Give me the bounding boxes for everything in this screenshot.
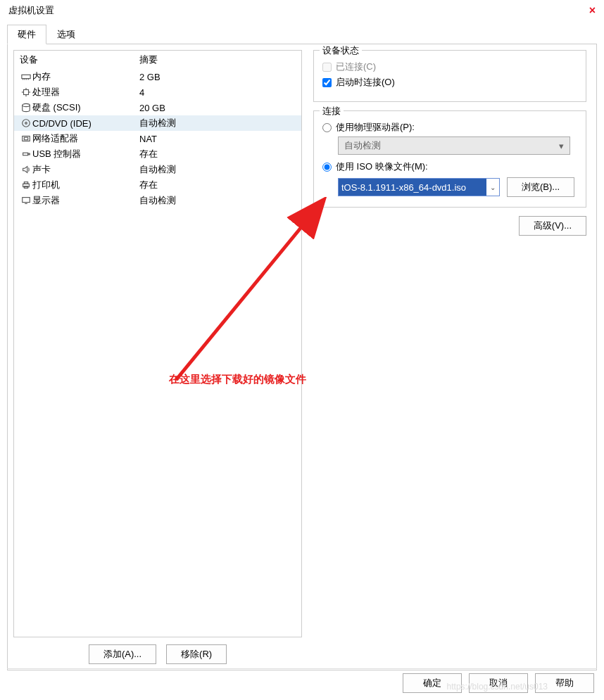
svg-rect-18: [24, 182, 27, 184]
device-list-header: 设备 摘要: [14, 51, 301, 69]
device-row-memory[interactable]: 内存2 GB: [14, 69, 301, 84]
device-name: 打印机: [32, 179, 139, 191]
header-summary: 摘要: [139, 53, 296, 66]
physical-drive-radio[interactable]: [322, 123, 332, 132]
iso-input-row: tOS-8.1.1911-x86_64-dvd1.iso ⌄ 浏览(B)...: [338, 177, 577, 197]
svg-rect-15: [23, 153, 28, 155]
watermark: https://blog.csdn.net/us013: [447, 682, 548, 692]
device-summary: 自动检测: [139, 163, 296, 176]
iso-radio-row[interactable]: 使用 ISO 映像文件(M):: [322, 160, 577, 173]
physical-drive-combo: 自动检测 ▾: [338, 136, 570, 155]
left-buttons: 添加(A)... 移除(R): [13, 637, 302, 664]
svg-rect-13: [23, 136, 30, 141]
connect-power-label: 启动时连接(O): [336, 76, 395, 89]
physical-drive-combo-text: 自动检测: [344, 139, 381, 152]
device-name: CD/DVD (IDE): [32, 118, 139, 129]
printer-icon: [20, 180, 32, 190]
device-name: 处理器: [32, 86, 139, 98]
svg-point-12: [25, 122, 27, 125]
device-row-disk[interactable]: 硬盘 (SCSI)20 GB: [14, 100, 301, 115]
device-row-usb[interactable]: USB 控制器存在: [14, 146, 301, 162]
device-name: 内存: [32, 70, 139, 83]
window-title: 虚拟机设置: [8, 4, 54, 17]
content-area: 设备 摘要 内存2 GB处理器4硬盘 (SCSI)20 GBCD/DVD (ID…: [7, 44, 597, 670]
add-button[interactable]: 添加(A)...: [89, 644, 156, 664]
device-summary: 自动检测: [139, 117, 296, 129]
device-name: 声卡: [32, 163, 139, 176]
device-name: USB 控制器: [32, 148, 139, 160]
cd-icon: [20, 118, 32, 128]
iso-path-combo[interactable]: tOS-8.1.1911-x86_64-dvd1.iso ⌄: [338, 178, 500, 196]
connect-power-checkbox-row[interactable]: 启动时连接(O): [322, 76, 577, 89]
advanced-row: 高级(V)...: [313, 216, 586, 236]
connection-group: 连接 使用物理驱动器(P): 自动检测 ▾ 使用 ISO 映像文件(M): tO…: [313, 110, 586, 208]
dialog-body: 硬件 选项 设备 摘要 内存2 GB处理器4硬盘 (SCSI)20 GBCD/D…: [0, 21, 604, 670]
separator: [7, 668, 597, 669]
remove-button[interactable]: 移除(R): [166, 644, 227, 664]
titlebar: 虚拟机设置 ×: [0, 0, 604, 21]
device-row-display[interactable]: 显示器自动检测: [14, 193, 301, 208]
connect-power-checkbox[interactable]: [322, 78, 332, 87]
cpu-icon: [20, 87, 32, 97]
chevron-down-icon[interactable]: ⌄: [486, 184, 499, 191]
device-summary: 存在: [139, 148, 296, 160]
svg-rect-16: [28, 153, 30, 155]
tab-hardware[interactable]: 硬件: [7, 25, 46, 44]
device-name: 显示器: [32, 194, 139, 207]
display-icon: [20, 196, 32, 205]
device-row-cd[interactable]: CD/DVD (IDE)自动检测: [14, 115, 301, 131]
device-summary: 20 GB: [139, 103, 296, 113]
device-row-printer[interactable]: 打印机存在: [14, 177, 301, 193]
device-summary: 自动检测: [139, 194, 296, 207]
svg-rect-20: [23, 198, 30, 203]
device-summary: 2 GB: [139, 72, 296, 82]
net-icon: [20, 134, 32, 144]
connected-checkbox-row: 已连接(C): [322, 61, 577, 73]
device-row-sound[interactable]: 声卡自动检测: [14, 162, 301, 177]
svg-rect-0: [22, 75, 30, 78]
sound-icon: [20, 165, 32, 174]
svg-point-11: [23, 120, 30, 127]
tab-bar: 硬件 选项: [7, 24, 597, 44]
usb-icon: [20, 149, 32, 159]
device-summary: 4: [139, 87, 296, 98]
device-status-group: 设备状态 已连接(C) 启动时连接(O): [313, 50, 586, 102]
device-status-legend: 设备状态: [320, 44, 362, 57]
browse-button[interactable]: 浏览(B)...: [507, 177, 574, 197]
device-list: 设备 摘要 内存2 GB处理器4硬盘 (SCSI)20 GBCD/DVD (ID…: [13, 50, 302, 637]
device-summary: NAT: [139, 134, 296, 144]
svg-point-10: [23, 103, 30, 106]
physical-drive-radio-row[interactable]: 使用物理驱动器(P):: [322, 121, 577, 134]
iso-path-text: tOS-8.1.1911-x86_64-dvd1.iso: [339, 179, 486, 196]
advanced-button[interactable]: 高级(V)...: [519, 216, 586, 236]
device-name: 网络适配器: [32, 132, 139, 145]
device-row-cpu[interactable]: 处理器4: [14, 84, 301, 100]
svg-rect-14: [24, 137, 27, 140]
right-panel: 设备状态 已连接(C) 启动时连接(O) 连接 使用物理驱动器(P): 自动检测: [309, 50, 591, 664]
close-icon[interactable]: ×: [589, 4, 596, 17]
device-name: 硬盘 (SCSI): [32, 101, 139, 114]
device-summary: 存在: [139, 179, 296, 191]
connection-legend: 连接: [320, 105, 344, 117]
connected-checkbox: [322, 63, 332, 72]
tab-options[interactable]: 选项: [46, 25, 86, 44]
iso-label: 使用 ISO 映像文件(M):: [336, 160, 428, 173]
left-panel: 设备 摘要 内存2 GB处理器4硬盘 (SCSI)20 GBCD/DVD (ID…: [13, 50, 302, 664]
physical-drive-label: 使用物理驱动器(P):: [336, 121, 415, 134]
memory-icon: [20, 72, 32, 82]
disk-icon: [20, 103, 32, 113]
annotation-text: 在这里选择下载好的镜像文件: [169, 373, 306, 386]
device-row-net[interactable]: 网络适配器NAT: [14, 131, 301, 146]
chevron-down-icon: ▾: [559, 141, 564, 151]
iso-radio[interactable]: [322, 163, 332, 172]
connected-label: 已连接(C): [336, 61, 376, 73]
header-device: 设备: [20, 53, 139, 66]
svg-rect-5: [24, 90, 29, 95]
